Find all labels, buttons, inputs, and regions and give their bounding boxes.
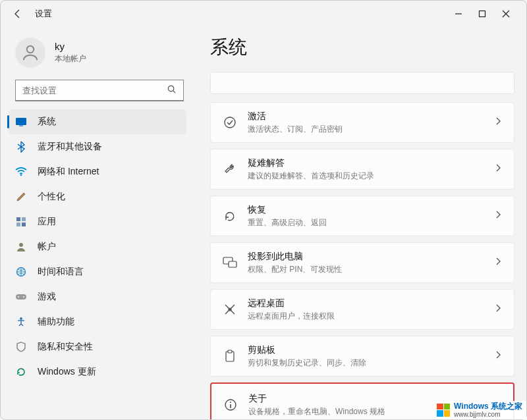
person-icon — [15, 241, 27, 253]
card-subtitle: 建议的疑难解答、首选项和历史记录 — [248, 171, 484, 182]
info-icon — [223, 398, 238, 412]
svg-point-2 — [27, 46, 34, 53]
card-title: 疑难解答 — [248, 157, 484, 169]
card-troubleshoot[interactable]: 疑难解答 建议的疑难解答、首选项和历史记录 — [210, 149, 514, 190]
nav-item-privacy[interactable]: 隐私和安全性 — [1, 334, 192, 359]
card-subtitle: 远程桌面用户，连接权限 — [248, 311, 484, 322]
nav-label: 个性化 — [38, 191, 65, 203]
card-title: 恢复 — [248, 204, 484, 216]
wrench-icon — [223, 162, 237, 176]
recovery-icon — [223, 209, 237, 223]
svg-rect-10 — [16, 223, 20, 226]
wifi-icon — [15, 166, 27, 178]
card-subtitle: 权限、配对 PIN、可发现性 — [248, 264, 484, 275]
chevron-right-icon — [494, 350, 502, 362]
globe-icon — [15, 266, 27, 278]
card-title: 远程桌面 — [248, 298, 484, 309]
bluetooth-icon — [15, 141, 27, 153]
settings-window: 设置 ky 本地帐户 — [0, 0, 527, 420]
svg-rect-11 — [22, 223, 26, 226]
nav-item-network[interactable]: 网络和 Internet — [1, 159, 192, 184]
user-name: ky — [55, 41, 86, 52]
nav-item-system[interactable]: 系统 — [9, 109, 186, 134]
nav-item-update[interactable]: Windows 更新 — [1, 359, 192, 384]
svg-rect-5 — [16, 118, 26, 125]
user-subtitle: 本地帐户 — [55, 53, 86, 65]
nav-item-bluetooth[interactable]: 蓝牙和其他设备 — [1, 134, 192, 159]
chevron-right-icon — [494, 257, 502, 269]
nav-label: 蓝牙和其他设备 — [38, 141, 102, 153]
titlebar: 设置 — [1, 1, 526, 27]
remote-icon — [223, 302, 237, 317]
nav-label: 帐户 — [38, 241, 56, 253]
svg-point-25 — [230, 402, 231, 403]
nav-item-apps[interactable]: 应用 — [1, 209, 192, 234]
card-project[interactable]: 投影到此电脑 权限、配对 PIN、可发现性 — [210, 242, 514, 283]
nav-item-accessibility[interactable]: 辅助功能 — [1, 309, 192, 334]
svg-rect-14 — [16, 294, 26, 300]
display-icon — [15, 116, 27, 128]
gamepad-icon — [15, 291, 27, 303]
check-circle-icon — [223, 115, 237, 130]
minimize-button[interactable] — [453, 8, 464, 20]
windows-logo-icon — [437, 404, 450, 417]
card-subtitle: 激活状态、订阅、产品密钥 — [248, 124, 484, 135]
card-subtitle: 剪切和复制历史记录、同步、清除 — [248, 357, 484, 369]
search-box[interactable] — [15, 80, 184, 101]
svg-point-16 — [23, 296, 24, 298]
svg-rect-20 — [229, 261, 236, 267]
clipboard-icon — [223, 349, 237, 363]
nav-label: 游戏 — [38, 291, 56, 303]
nav-item-time[interactable]: 时间和语言 — [1, 259, 192, 284]
card-remote[interactable]: 远程桌面 远程桌面用户，连接权限 — [210, 289, 514, 330]
card-title: 剪贴板 — [248, 344, 484, 356]
svg-point-15 — [18, 296, 19, 298]
watermark-title: Windows 系统之家 — [454, 402, 522, 411]
update-icon — [15, 366, 27, 378]
main-panel: 系统 激活 激活状态、订阅、产品密钥 疑难解答 — [192, 27, 526, 419]
content-area: ky 本地帐户 系统 — [1, 27, 526, 419]
user-block[interactable]: ky 本地帐户 — [1, 31, 192, 74]
nav-label: Windows 更新 — [38, 366, 96, 378]
card-recovery[interactable]: 恢复 重置、高级启动、返回 — [210, 196, 514, 236]
card-title: 激活 — [248, 111, 484, 122]
svg-line-4 — [173, 90, 175, 92]
watermark: Windows 系统之家 www.bjjmlv.com — [433, 401, 526, 419]
nav-item-personalization[interactable]: 个性化 — [1, 184, 192, 209]
apps-icon — [15, 216, 27, 228]
brush-icon — [15, 191, 27, 203]
back-button[interactable] — [9, 5, 27, 23]
maximize-button[interactable] — [476, 8, 488, 20]
window-controls — [453, 8, 512, 20]
card-subtitle: 重置、高级启动、返回 — [248, 217, 484, 228]
svg-rect-8 — [16, 217, 20, 221]
chevron-right-icon — [494, 210, 502, 222]
nav-list: 系统 蓝牙和其他设备 网络和 Internet — [1, 109, 192, 419]
project-icon — [223, 255, 237, 270]
nav-item-gaming[interactable]: 游戏 — [1, 284, 192, 309]
svg-rect-9 — [22, 217, 26, 221]
chevron-right-icon — [494, 303, 502, 315]
nav-label: 应用 — [38, 216, 56, 228]
card-stub[interactable] — [210, 72, 514, 94]
nav-label: 网络和 Internet — [38, 166, 99, 178]
accessibility-icon — [15, 316, 27, 328]
card-activation[interactable]: 激活 激活状态、订阅、产品密钥 — [210, 102, 514, 143]
card-clipboard[interactable]: 剪贴板 剪切和复制历史记录、同步、清除 — [210, 336, 514, 377]
chevron-right-icon — [494, 163, 502, 175]
svg-rect-23 — [228, 350, 232, 353]
search-icon — [167, 84, 177, 97]
sidebar: ky 本地帐户 系统 — [1, 27, 192, 419]
nav-label: 隐私和安全性 — [38, 341, 93, 353]
nav-item-accounts[interactable]: 帐户 — [1, 234, 192, 259]
svg-point-17 — [20, 317, 22, 320]
search-input[interactable] — [22, 86, 167, 95]
svg-rect-1 — [480, 11, 485, 17]
window-title: 设置 — [35, 8, 52, 20]
svg-point-3 — [168, 86, 173, 91]
nav-label: 系统 — [38, 116, 56, 128]
svg-point-12 — [19, 243, 23, 247]
nav-label: 辅助功能 — [38, 316, 74, 328]
watermark-url: www.bjjmlv.com — [454, 411, 522, 418]
close-button[interactable] — [500, 8, 512, 20]
